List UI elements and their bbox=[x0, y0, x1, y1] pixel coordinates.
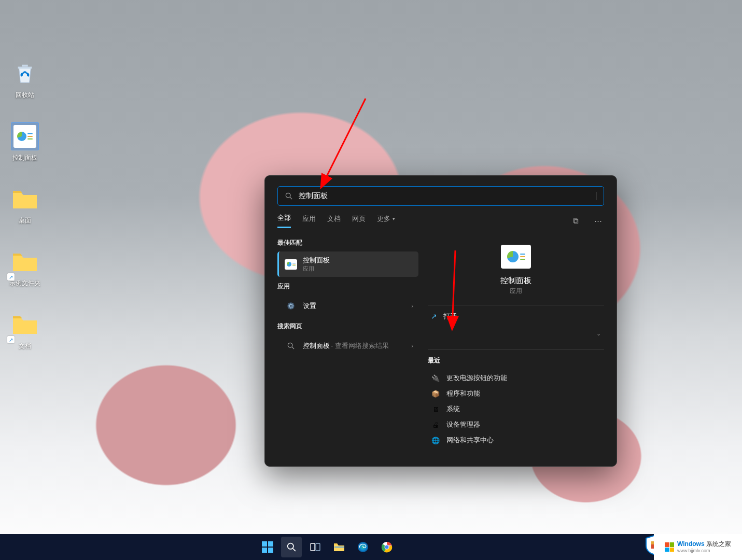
open-icon: ↗ bbox=[431, 312, 437, 320]
watermark: Windows 系统之家 www.bjjmlv.com bbox=[654, 534, 742, 560]
search-input[interactable] bbox=[299, 192, 594, 200]
desktop-icon-control-panel[interactable]: 控制面板 bbox=[4, 122, 46, 162]
recent-network-sharing[interactable]: 🌐网络和共享中心 bbox=[428, 432, 604, 448]
folder-icon bbox=[11, 185, 39, 213]
desktop-icon-folder-sample[interactable]: ↗ 示例文件夹 bbox=[4, 248, 46, 288]
svg-rect-23 bbox=[316, 543, 320, 551]
svg-rect-16 bbox=[262, 541, 267, 547]
recent-programs-features[interactable]: 📦程序和功能 bbox=[428, 386, 604, 401]
tab-documents[interactable]: 文档 bbox=[327, 214, 341, 228]
result-control-panel[interactable]: 控制面板 应用 bbox=[277, 251, 418, 277]
svg-point-28 bbox=[385, 545, 388, 549]
taskbar-edge-icon[interactable] bbox=[353, 537, 373, 557]
windows-logo-icon bbox=[665, 542, 674, 552]
programs-icon: 📦 bbox=[431, 389, 440, 398]
svg-rect-22 bbox=[311, 543, 315, 551]
search-tabs: 全部 应用 文档 网页 更多▾ ⧉ ⋯ bbox=[265, 206, 617, 228]
recent-device-manager[interactable]: 🖨设备管理器 bbox=[428, 417, 604, 432]
watermark-url: www.bjjmlv.com bbox=[677, 548, 731, 554]
result-title: 控制面板 bbox=[303, 341, 330, 351]
control-panel-icon bbox=[284, 258, 298, 271]
chevron-down-icon: ▾ bbox=[393, 216, 395, 221]
desktop-icon-folder-desktop[interactable]: 桌面 bbox=[4, 185, 46, 225]
result-settings[interactable]: 设置 › bbox=[277, 295, 418, 317]
folder-icon bbox=[11, 311, 39, 339]
recent-system[interactable]: 🖥系统 bbox=[428, 401, 604, 417]
taskbar-taskview-icon[interactable] bbox=[305, 537, 326, 557]
chevron-down-icon: ⌄ bbox=[596, 330, 601, 337]
action-expand[interactable]: ⌄ bbox=[428, 327, 604, 340]
shortcut-overlay-icon: ↗ bbox=[7, 336, 15, 343]
result-web-search[interactable]: 控制面板 - 查看网络搜索结果 › bbox=[277, 335, 418, 357]
action-label: 打开 bbox=[443, 312, 601, 321]
svg-point-12 bbox=[288, 343, 292, 347]
more-options-icon[interactable]: ⋯ bbox=[592, 214, 604, 228]
recent-item-label: 系统 bbox=[446, 404, 460, 414]
svg-rect-19 bbox=[268, 548, 273, 553]
result-subtitle: 应用 bbox=[303, 265, 330, 273]
control-panel-icon bbox=[501, 245, 531, 269]
search-icon bbox=[285, 192, 292, 200]
start-button[interactable] bbox=[257, 537, 278, 557]
search-icon bbox=[284, 339, 298, 353]
recycle-bin-icon bbox=[11, 60, 39, 88]
watermark-title: Windows 系统之家 bbox=[677, 540, 731, 548]
recent-item-label: 程序和功能 bbox=[446, 389, 480, 398]
svg-point-0 bbox=[286, 193, 290, 198]
recent-item-label: 网络和共享中心 bbox=[446, 436, 494, 445]
taskbar-chrome-icon[interactable] bbox=[376, 537, 397, 557]
desktop-icon-label: 控制面板 bbox=[12, 153, 37, 162]
control-panel-icon bbox=[11, 122, 39, 150]
svg-rect-24 bbox=[334, 547, 344, 548]
tab-all[interactable]: 全部 bbox=[277, 213, 291, 228]
recent-item-label: 更改电源按钮的功能 bbox=[446, 373, 507, 383]
search-box[interactable] bbox=[277, 186, 604, 206]
results-column: 最佳匹配 控制面板 应用 应用 设置 › 搜索网页 控制面板 - 查看网络搜索结… bbox=[265, 228, 418, 464]
taskbar bbox=[0, 534, 654, 560]
svg-point-20 bbox=[287, 543, 293, 549]
text-caret bbox=[596, 192, 596, 200]
shortcut-overlay-icon: ↗ bbox=[7, 273, 15, 281]
tab-apps[interactable]: 应用 bbox=[302, 214, 316, 228]
tab-more-label: 更多 bbox=[377, 214, 390, 223]
section-best-match: 最佳匹配 bbox=[277, 239, 418, 247]
desktop-icon-label: 文档 bbox=[19, 342, 31, 351]
tab-more[interactable]: 更多▾ bbox=[377, 214, 395, 228]
system-icon: 🖥 bbox=[431, 404, 440, 414]
recent-item-label: 设备管理器 bbox=[446, 420, 480, 429]
taskbar-explorer-icon[interactable] bbox=[329, 537, 349, 557]
action-open[interactable]: ↗ 打开 bbox=[428, 305, 604, 327]
result-subtitle: - 查看网络搜索结果 bbox=[331, 341, 389, 351]
section-apps: 应用 bbox=[277, 282, 418, 291]
result-title: 控制面板 bbox=[303, 256, 330, 265]
svg-line-21 bbox=[292, 549, 295, 551]
preview-subtitle: 应用 bbox=[510, 287, 522, 296]
device-manager-icon: 🖨 bbox=[431, 420, 440, 429]
network-icon: 🌐 bbox=[431, 436, 440, 445]
power-icon: 🔌 bbox=[431, 373, 440, 383]
search-panel: 全部 应用 文档 网页 更多▾ ⧉ ⋯ 最佳匹配 控制面板 应用 应用 设置 › bbox=[264, 175, 617, 467]
chevron-right-icon: › bbox=[411, 343, 413, 349]
taskbar-search-icon[interactable] bbox=[281, 537, 302, 557]
svg-rect-18 bbox=[262, 548, 267, 553]
svg-line-1 bbox=[290, 197, 292, 199]
tab-web[interactable]: 网页 bbox=[352, 214, 366, 228]
recent-power-options[interactable]: 🔌更改电源按钮的功能 bbox=[428, 370, 604, 386]
app-link-icon[interactable]: ⧉ bbox=[571, 214, 581, 228]
preview-column: 控制面板 应用 ↗ 打开 ⌄ 最近 🔌更改电源按钮的功能 📦程序和功能 🖥系统 … bbox=[418, 228, 617, 464]
svg-line-13 bbox=[292, 347, 294, 349]
section-search-web: 搜索网页 bbox=[277, 322, 418, 331]
divider bbox=[428, 349, 604, 350]
desktop-icons-area: 回收站 控制面板 桌面 ↗ 示例文件夹 ↗ 文档 bbox=[0, 0, 62, 373]
desktop-icon-recycle-bin[interactable]: 回收站 bbox=[4, 60, 46, 100]
folder-icon bbox=[11, 248, 39, 276]
preview-title: 控制面板 bbox=[500, 276, 531, 286]
gear-icon bbox=[284, 299, 298, 313]
desktop-icon-label: 回收站 bbox=[16, 91, 34, 100]
chevron-right-icon: › bbox=[411, 303, 413, 309]
recent-label: 最近 bbox=[428, 356, 604, 365]
desktop-icon-label: 桌面 bbox=[19, 216, 31, 225]
result-title: 设置 bbox=[303, 301, 316, 311]
svg-rect-17 bbox=[268, 541, 273, 547]
desktop-icon-folder-documents[interactable]: ↗ 文档 bbox=[4, 311, 46, 351]
